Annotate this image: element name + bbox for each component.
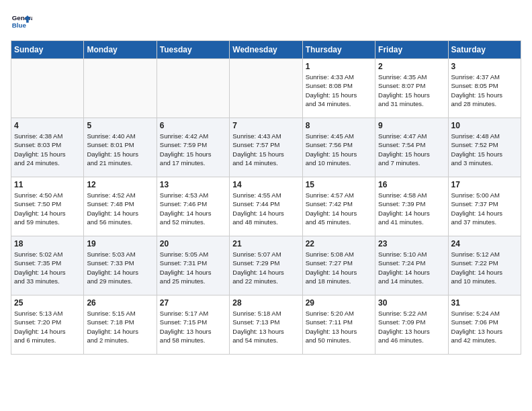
day-info: Sunrise: 5:00 AMSunset: 7:37 PMDaylight:… — [451, 191, 518, 226]
day-number: 23 — [378, 239, 445, 248]
day-info: Sunrise: 4:42 AMSunset: 7:59 PMDaylight:… — [160, 132, 226, 167]
day-info: Sunrise: 5:05 AMSunset: 7:31 PMDaylight:… — [160, 250, 226, 285]
calendar-cell: 26Sunrise: 5:15 AMSunset: 7:18 PMDayligh… — [84, 295, 157, 355]
day-of-week-header: Sunday — [11, 41, 84, 59]
calendar-table: SundayMondayTuesdayWednesdayThursdayFrid… — [11, 40, 521, 355]
day-number: 22 — [306, 239, 372, 248]
day-number: 11 — [14, 180, 81, 189]
day-number: 24 — [451, 239, 518, 248]
calendar-cell: 8Sunrise: 4:45 AMSunset: 7:56 PMDaylight… — [302, 118, 375, 177]
day-info: Sunrise: 5:18 AMSunset: 7:13 PMDaylight:… — [232, 309, 299, 345]
calendar-cell: 28Sunrise: 5:18 AMSunset: 7:13 PMDayligh… — [230, 295, 302, 355]
calendar-cell: 3Sunrise: 4:37 AMSunset: 8:05 PMDaylight… — [448, 59, 521, 118]
day-info: Sunrise: 4:53 AMSunset: 7:46 PMDaylight:… — [160, 191, 226, 226]
calendar-cell: 22Sunrise: 5:08 AMSunset: 7:27 PMDayligh… — [302, 236, 375, 295]
calendar-cell: 19Sunrise: 5:03 AMSunset: 7:33 PMDayligh… — [84, 236, 157, 295]
day-number: 21 — [232, 239, 299, 248]
day-number: 20 — [160, 239, 226, 248]
day-info: Sunrise: 4:52 AMSunset: 7:48 PMDaylight:… — [87, 191, 153, 226]
calendar-cell: 11Sunrise: 4:50 AMSunset: 7:50 PMDayligh… — [11, 177, 84, 236]
day-info: Sunrise: 4:47 AMSunset: 7:54 PMDaylight:… — [378, 132, 445, 167]
calendar-cell: 15Sunrise: 4:57 AMSunset: 7:42 PMDayligh… — [302, 177, 375, 236]
day-info: Sunrise: 4:37 AMSunset: 8:05 PMDaylight:… — [451, 73, 518, 108]
day-number: 5 — [87, 121, 153, 130]
calendar-cell: 20Sunrise: 5:05 AMSunset: 7:31 PMDayligh… — [157, 236, 229, 295]
calendar-cell — [11, 59, 84, 118]
day-number: 4 — [14, 121, 81, 130]
day-number: 16 — [378, 180, 445, 189]
day-number: 29 — [306, 298, 372, 308]
calendar-cell: 9Sunrise: 4:47 AMSunset: 7:54 PMDaylight… — [375, 118, 448, 177]
svg-text:Blue: Blue — [12, 21, 27, 29]
day-number: 18 — [14, 239, 81, 248]
logo-icon: General Blue — [11, 11, 32, 32]
day-number: 31 — [451, 298, 518, 308]
calendar-cell: 30Sunrise: 5:22 AMSunset: 7:09 PMDayligh… — [375, 295, 448, 355]
day-info: Sunrise: 5:08 AMSunset: 7:27 PMDaylight:… — [306, 250, 372, 285]
day-info: Sunrise: 4:57 AMSunset: 7:42 PMDaylight:… — [306, 191, 372, 226]
calendar-cell — [84, 59, 157, 118]
day-of-week-header: Monday — [84, 41, 157, 59]
day-number: 10 — [451, 121, 518, 130]
calendar-cell — [230, 59, 302, 118]
calendar-cell: 4Sunrise: 4:38 AMSunset: 8:03 PMDaylight… — [11, 118, 84, 177]
day-number: 8 — [306, 121, 372, 130]
calendar-cell: 23Sunrise: 5:10 AMSunset: 7:24 PMDayligh… — [375, 236, 448, 295]
calendar-cell: 17Sunrise: 5:00 AMSunset: 7:37 PMDayligh… — [448, 177, 521, 236]
day-info: Sunrise: 5:24 AMSunset: 7:06 PMDaylight:… — [451, 309, 518, 345]
day-info: Sunrise: 5:15 AMSunset: 7:18 PMDaylight:… — [87, 309, 153, 345]
calendar-cell: 31Sunrise: 5:24 AMSunset: 7:06 PMDayligh… — [448, 295, 521, 355]
day-number: 1 — [306, 62, 372, 71]
day-info: Sunrise: 4:43 AMSunset: 7:57 PMDaylight:… — [232, 132, 299, 167]
day-info: Sunrise: 5:20 AMSunset: 7:11 PMDaylight:… — [306, 309, 372, 345]
calendar-cell: 2Sunrise: 4:35 AMSunset: 8:07 PMDaylight… — [375, 59, 448, 118]
day-info: Sunrise: 5:10 AMSunset: 7:24 PMDaylight:… — [378, 250, 445, 285]
day-number: 17 — [451, 180, 518, 189]
day-info: Sunrise: 4:45 AMSunset: 7:56 PMDaylight:… — [306, 132, 372, 167]
calendar-cell: 16Sunrise: 4:58 AMSunset: 7:39 PMDayligh… — [375, 177, 448, 236]
day-number: 26 — [87, 298, 153, 308]
calendar-cell: 10Sunrise: 4:48 AMSunset: 7:52 PMDayligh… — [448, 118, 521, 177]
page-header: General Blue — [11, 11, 521, 32]
calendar-cell: 14Sunrise: 4:55 AMSunset: 7:44 PMDayligh… — [230, 177, 302, 236]
day-info: Sunrise: 4:48 AMSunset: 7:52 PMDaylight:… — [451, 132, 518, 167]
day-info: Sunrise: 5:02 AMSunset: 7:35 PMDaylight:… — [14, 250, 81, 285]
logo: General Blue — [11, 11, 35, 32]
calendar-cell: 25Sunrise: 5:13 AMSunset: 7:20 PMDayligh… — [11, 295, 84, 355]
day-info: Sunrise: 4:40 AMSunset: 8:01 PMDaylight:… — [87, 132, 153, 167]
day-info: Sunrise: 5:13 AMSunset: 7:20 PMDaylight:… — [14, 309, 81, 345]
day-of-week-header: Wednesday — [230, 41, 302, 59]
day-number: 19 — [87, 239, 153, 248]
day-number: 7 — [232, 121, 299, 130]
calendar-cell — [157, 59, 229, 118]
day-number: 28 — [232, 298, 299, 308]
calendar-cell: 27Sunrise: 5:17 AMSunset: 7:15 PMDayligh… — [157, 295, 229, 355]
calendar-cell: 12Sunrise: 4:52 AMSunset: 7:48 PMDayligh… — [84, 177, 157, 236]
day-number: 15 — [306, 180, 372, 189]
day-number: 13 — [160, 180, 226, 189]
calendar-cell: 29Sunrise: 5:20 AMSunset: 7:11 PMDayligh… — [302, 295, 375, 355]
day-info: Sunrise: 5:17 AMSunset: 7:15 PMDaylight:… — [160, 309, 226, 345]
day-of-week-header: Tuesday — [157, 41, 229, 59]
day-number: 27 — [160, 298, 226, 308]
day-of-week-header: Saturday — [448, 41, 521, 59]
day-info: Sunrise: 4:35 AMSunset: 8:07 PMDaylight:… — [378, 73, 445, 108]
day-info: Sunrise: 5:07 AMSunset: 7:29 PMDaylight:… — [232, 250, 299, 285]
day-info: Sunrise: 4:50 AMSunset: 7:50 PMDaylight:… — [14, 191, 81, 226]
day-info: Sunrise: 4:38 AMSunset: 8:03 PMDaylight:… — [14, 132, 81, 167]
day-info: Sunrise: 5:03 AMSunset: 7:33 PMDaylight:… — [87, 250, 153, 285]
day-number: 2 — [378, 62, 445, 71]
calendar-cell: 18Sunrise: 5:02 AMSunset: 7:35 PMDayligh… — [11, 236, 84, 295]
calendar-cell: 21Sunrise: 5:07 AMSunset: 7:29 PMDayligh… — [230, 236, 302, 295]
day-number: 30 — [378, 298, 445, 308]
day-number: 6 — [160, 121, 226, 130]
day-number: 25 — [14, 298, 81, 308]
day-info: Sunrise: 5:12 AMSunset: 7:22 PMDaylight:… — [451, 250, 518, 285]
day-info: Sunrise: 4:33 AMSunset: 8:08 PMDaylight:… — [306, 73, 372, 108]
calendar-cell: 24Sunrise: 5:12 AMSunset: 7:22 PMDayligh… — [448, 236, 521, 295]
day-number: 14 — [232, 180, 299, 189]
day-info: Sunrise: 4:55 AMSunset: 7:44 PMDaylight:… — [232, 191, 299, 226]
day-of-week-header: Thursday — [302, 41, 375, 59]
day-info: Sunrise: 5:22 AMSunset: 7:09 PMDaylight:… — [378, 309, 445, 345]
day-number: 9 — [378, 121, 445, 130]
